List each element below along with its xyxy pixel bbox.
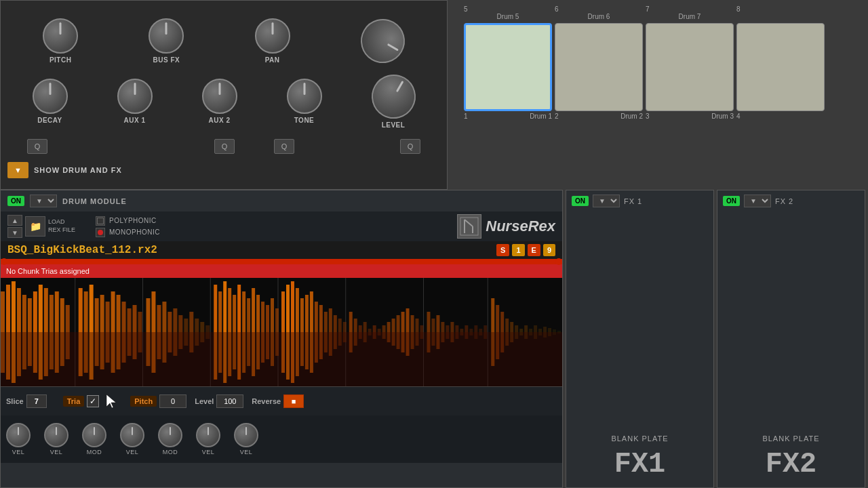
- drum-pad-container-4: 4: [736, 23, 825, 120]
- fx2-on-badge[interactable]: ON: [723, 196, 740, 206]
- pitch-knob[interactable]: [43, 18, 78, 54]
- vel-label-1: VEL: [12, 449, 25, 455]
- q-btn-3[interactable]: Q: [274, 139, 294, 154]
- aux2-knob-label: AUX 2: [209, 117, 231, 124]
- level-knob-label: LEVEL: [382, 121, 406, 129]
- slice-label: Slice: [6, 397, 24, 405]
- q-btn-4[interactable]: Q: [400, 139, 420, 154]
- drum-top-label-7: 7 Drum 7: [646, 5, 734, 20]
- drum-pad-3-label: Drum 3: [711, 113, 734, 120]
- num9-badge: 9: [543, 244, 555, 256]
- pan-knob[interactable]: [255, 18, 290, 54]
- drum-pad-2[interactable]: [555, 23, 643, 111]
- show-drum-button[interactable]: ▼: [7, 162, 28, 178]
- fx1-on-dropdown[interactable]: ▼: [593, 195, 620, 207]
- mod-knob-2[interactable]: [158, 423, 182, 447]
- fx1-title: FX 1: [624, 197, 642, 205]
- level-value[interactable]: 100: [216, 394, 243, 408]
- drum-pad-container-3: 3 Drum 3: [646, 23, 734, 120]
- drum-module-header: ON ▼ DRUM MODULE: [1, 190, 562, 211]
- mod-knob-1[interactable]: [82, 423, 106, 447]
- level-knob[interactable]: [363, 66, 424, 127]
- slice-value[interactable]: 7: [26, 394, 47, 408]
- right-panel: 5 Drum 5 6 Drum 6 7 Drum 7 8: [448, 0, 868, 190]
- busfx-knob[interactable]: [149, 18, 184, 54]
- num1-badge: 1: [512, 244, 524, 256]
- mono-dot: [98, 230, 103, 235]
- pitch-section: Pitch 0: [130, 394, 186, 408]
- busfx-knob-label: BUS FX: [153, 56, 180, 64]
- folder-btn[interactable]: 📁: [25, 216, 45, 237]
- level-top-knob[interactable]: [353, 11, 413, 71]
- fx2-panel: ON ▼ FX 2 BLANK PLATE FX2: [717, 190, 865, 488]
- progress-handle-right[interactable]: [555, 258, 562, 265]
- svg-marker-122: [106, 394, 116, 408]
- pitch-value[interactable]: 0: [159, 394, 186, 408]
- tria-section: Tria ✓: [63, 395, 100, 407]
- fx1-body: BLANK PLATE FX1: [566, 211, 713, 487]
- pitch-knob-group: PITCH: [43, 18, 78, 64]
- se-badges: S 1 E 9: [496, 244, 555, 256]
- waveform-canvas[interactable]: [1, 278, 562, 386]
- chevron-down-icon: ▼: [14, 166, 22, 174]
- vel-knob-1[interactable]: [6, 423, 31, 447]
- pitch-knob-label: PITCH: [50, 56, 72, 64]
- polyphonic-label: POLYPHONIC: [109, 217, 157, 224]
- pitch-label: Pitch: [130, 396, 157, 407]
- fx1-on-badge[interactable]: ON: [572, 196, 589, 206]
- progress-handle-left[interactable]: [1, 258, 7, 265]
- vel-group-5: VEL: [234, 423, 258, 455]
- tria-checkbox[interactable]: ✓: [87, 395, 99, 407]
- drum-pad-4[interactable]: [736, 23, 825, 111]
- vel-knob-2[interactable]: [44, 423, 68, 447]
- reverse-value[interactable]: ■: [283, 394, 304, 408]
- decay-knob-group: DECAY: [33, 79, 68, 124]
- drum-pad-2-num: 2: [555, 113, 559, 120]
- fx-panels: ON ▼ FX 1 BLANK PLATE FX1 ON ▼ FX 2 BL: [563, 190, 868, 488]
- fx2-on-dropdown[interactable]: ▼: [744, 195, 771, 207]
- s-badge: S: [496, 244, 509, 256]
- poly-mono-section: POLYPHONIC MONOPHONIC: [96, 216, 160, 237]
- vel-label-4: VEL: [202, 449, 215, 455]
- down-arrow-btn[interactable]: ▼: [7, 227, 22, 238]
- poly-checkbox[interactable]: [96, 216, 105, 226]
- drum-top-label-5: 5 Drum 5: [464, 5, 552, 20]
- vel-group-1: VEL: [6, 423, 31, 455]
- mod-label-2: MOD: [163, 449, 178, 455]
- aux2-knob-group: AUX 2: [202, 79, 237, 124]
- knobs-row-2: DECAY AUX 1 AUX 2 TONE LEVEL: [7, 68, 440, 135]
- level-knob-group: LEVEL: [372, 75, 416, 129]
- drum-pad-1[interactable]: [464, 23, 552, 111]
- tone-knob-group: TONE: [287, 79, 322, 124]
- mono-indicator: [96, 228, 105, 237]
- e-badge: E: [528, 244, 540, 256]
- drum-top-label-8: 8: [736, 5, 825, 20]
- vel-label-3: VEL: [126, 449, 139, 455]
- up-arrow-btn[interactable]: ▲: [7, 215, 22, 226]
- q-buttons-row: Q Q Q Q: [7, 135, 440, 158]
- drum-pad-container-1: 1 Drum 1: [464, 23, 552, 120]
- fx1-blank-plate-label: BLANK PLATE: [611, 434, 668, 443]
- drum-on-dropdown[interactable]: ▼: [30, 195, 57, 207]
- fx2-blank-plate-label: BLANK PLATE: [762, 434, 819, 443]
- vel-knob-3[interactable]: [120, 423, 144, 447]
- pan-knob-label: PAN: [265, 56, 280, 64]
- show-drum-label: SHOW DRUM AND FX: [34, 166, 122, 174]
- vel-knob-5[interactable]: [234, 423, 258, 447]
- cursor-area: [102, 391, 122, 411]
- aux2-knob[interactable]: [202, 79, 237, 114]
- drum-pads-section: 5 Drum 5 6 Drum 6 7 Drum 7 8: [454, 0, 861, 125]
- progress-bar[interactable]: [1, 259, 562, 264]
- aux1-knob[interactable]: [117, 79, 153, 114]
- vel-group-3: VEL: [120, 423, 144, 455]
- vel-label-5: VEL: [240, 449, 253, 455]
- drum-on-badge[interactable]: ON: [7, 196, 24, 206]
- slice-controls: Slice 7 Tria ✓ Pitch 0 Level 100 R: [1, 386, 562, 415]
- decay-knob[interactable]: [33, 79, 68, 114]
- vel-knob-4[interactable]: [196, 423, 220, 447]
- q-btn-2[interactable]: Q: [214, 139, 235, 154]
- mod-group-2: MOD: [158, 423, 182, 455]
- q-btn-1[interactable]: Q: [27, 139, 47, 154]
- drum-pad-3[interactable]: [646, 23, 734, 111]
- tone-knob[interactable]: [287, 79, 322, 114]
